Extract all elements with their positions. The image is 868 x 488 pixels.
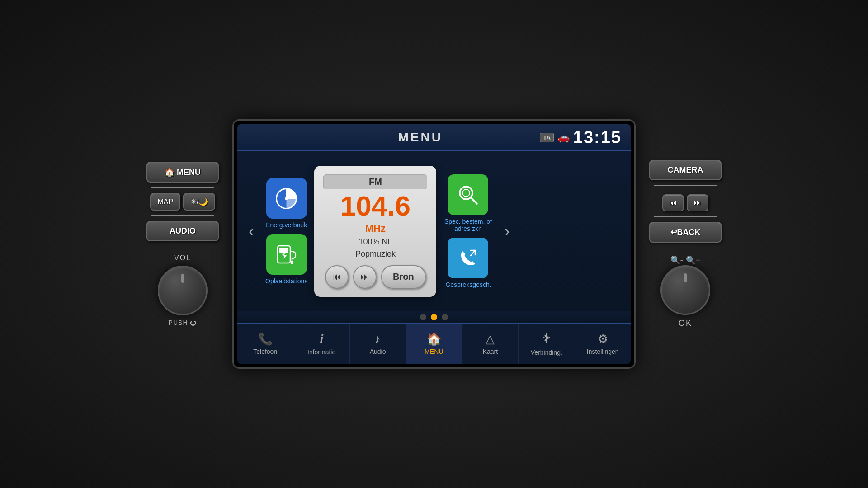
day-night-button[interactable]: ☀/🌙 — [183, 193, 215, 211]
nav-instellingen-label: Instellingen — [587, 348, 619, 355]
settings-nav-icon: ⚙ — [598, 332, 608, 346]
volume-knob[interactable] — [158, 266, 208, 315]
audio-button[interactable]: AUDIO — [146, 221, 219, 241]
fm-percent: 100% NL — [359, 237, 392, 247]
right-slider — [654, 216, 717, 217]
tile-charging[interactable]: Oplaadstations — [265, 234, 307, 285]
charging-label: Oplaadstations — [265, 277, 307, 285]
calls-label: Gespreksgesch. — [445, 281, 491, 288]
fm-prev-button[interactable]: ⏮ — [325, 265, 349, 289]
nav-telefoon-label: Telefoon — [253, 348, 277, 355]
fm-controls: ⏮ ⏭ Bron — [325, 265, 426, 289]
pie-chart-icon — [274, 186, 299, 211]
tile-calls[interactable]: Gespreksgesch. — [443, 238, 493, 288]
map-button[interactable]: MAP — [150, 193, 180, 211]
right-knob[interactable] — [660, 265, 710, 315]
zoom-in-icon[interactable]: 🔍+ — [686, 255, 701, 265]
page-title: MENU — [301, 130, 540, 145]
fm-radio-widget[interactable]: FM 104.6 MHz 100% NL Popmuziek ⏮ ⏭ Bron — [314, 166, 436, 297]
back-button[interactable]: ↩BACK — [649, 222, 722, 243]
fm-next-button[interactable]: ⏭ — [353, 265, 377, 289]
connection-nav-icon — [540, 332, 553, 347]
camera-button[interactable]: CAMERA — [649, 160, 722, 180]
ok-label[interactable]: OK — [679, 319, 692, 328]
phone-icon-bg — [448, 238, 488, 278]
car-icon: 🚗 — [557, 131, 570, 143]
nav-instellingen[interactable]: ⚙ Instellingen — [575, 324, 631, 364]
map-slider — [151, 215, 214, 216]
menu-nav-icon: 🏠 — [427, 332, 441, 346]
energy-label: Energ.verbruik — [266, 221, 307, 229]
bottom-nav: 📞 Telefoon i Informatie ♪ Audio 🏠 MENU △ — [237, 323, 631, 364]
nav-menu[interactable]: 🏠 MENU — [406, 324, 462, 364]
energy-icon-bg — [266, 178, 307, 219]
camera-slider — [654, 185, 717, 186]
nav-verbinding[interactable]: Verbinding. — [519, 324, 575, 364]
car-infotainment-unit: 🏠 MENU MAP ☀/🌙 AUDIO VOL PUSH ⏻ MENU TA … — [0, 0, 868, 488]
fm-unit: MHz — [365, 223, 386, 235]
nav-audio[interactable]: ♪ Audio — [350, 324, 406, 364]
main-content: ‹ — [237, 151, 631, 311]
header-icons: TA 🚗 13:15 — [540, 128, 622, 147]
menu-button[interactable]: 🏠 MENU — [146, 162, 219, 183]
zoom-controls: 🔍- 🔍+ — [670, 255, 701, 265]
right-control-panel: CAMERA ⏮ ⏭ ↩BACK 🔍- 🔍+ OK — [649, 160, 722, 328]
fm-genre: Popmuziek — [355, 249, 396, 259]
left-tiles: Energ.verbruik — [265, 178, 307, 285]
rewind-button[interactable]: ⏮ — [662, 194, 684, 211]
fm-source-label: FM — [323, 174, 427, 189]
phone-arrow-icon — [456, 246, 481, 271]
search-magnifier-icon — [456, 183, 481, 207]
zoom-out-icon[interactable]: 🔍- — [670, 255, 683, 265]
tile-search[interactable]: Spec. bestem. of adres zkn — [443, 174, 493, 232]
fastfwd-button[interactable]: ⏭ — [687, 194, 708, 211]
nav-telefoon[interactable]: 📞 Telefoon — [237, 324, 293, 364]
ta-badge: TA — [540, 133, 553, 142]
right-tiles: Spec. bestem. of adres zkn Gespreksgesch… — [443, 174, 493, 288]
push-label: PUSH ⏻ — [169, 319, 197, 326]
nav-informatie[interactable]: i Informatie — [293, 324, 349, 364]
charging-icon-bg — [266, 234, 307, 275]
left-control-panel: 🏠 MENU MAP ☀/🌙 AUDIO VOL PUSH ⏻ — [146, 162, 219, 326]
fm-frequency: 104.6 — [340, 192, 410, 220]
svg-point-3 — [285, 197, 288, 200]
svg-rect-6 — [291, 261, 293, 264]
infotainment-screen: MENU TA 🚗 13:15 ‹ — [237, 124, 631, 364]
prev-arrow[interactable]: ‹ — [244, 217, 259, 245]
svg-line-8 — [471, 197, 477, 204]
search-label: Spec. bestem. of adres zkn — [443, 218, 493, 232]
next-arrow[interactable]: › — [500, 217, 514, 245]
dot-3[interactable] — [442, 314, 448, 320]
info-nav-icon: i — [320, 332, 323, 347]
menu-slider — [151, 187, 214, 188]
svg-point-9 — [462, 189, 470, 197]
nav-kaart[interactable]: △ Kaart — [462, 324, 519, 364]
audio-nav-icon: ♪ — [375, 332, 381, 346]
svg-rect-5 — [279, 248, 288, 253]
search-icon-bg — [448, 174, 488, 215]
phone-nav-icon: 📞 — [258, 332, 273, 346]
nav-informatie-label: Informatie — [307, 348, 335, 356]
screen-bezel: MENU TA 🚗 13:15 ‹ — [232, 119, 636, 369]
nav-audio-label: Audio — [370, 348, 386, 355]
screen-header: MENU TA 🚗 13:15 — [237, 124, 631, 151]
svg-line-10 — [471, 250, 475, 256]
dot-1[interactable] — [420, 314, 426, 320]
nav-menu-label: MENU — [425, 348, 443, 355]
dot-2[interactable] — [431, 314, 437, 320]
page-indicators — [237, 311, 631, 323]
vol-label: VOL — [174, 254, 191, 262]
fm-source-button[interactable]: Bron — [381, 265, 426, 289]
charging-station-icon — [274, 242, 299, 267]
tile-energy[interactable]: Energ.verbruik — [265, 178, 307, 229]
map-nav-icon: △ — [486, 332, 495, 346]
nav-kaart-label: Kaart — [483, 348, 498, 355]
nav-verbinding-label: Verbinding. — [531, 349, 562, 356]
bluetooth-wifi-icon — [540, 332, 553, 344]
clock: 13:15 — [573, 128, 622, 147]
